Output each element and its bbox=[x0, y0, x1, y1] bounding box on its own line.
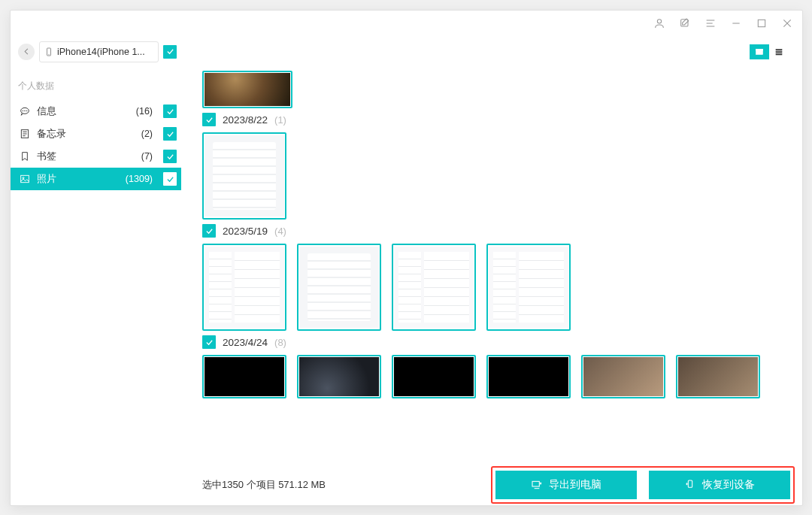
photo-thumb[interactable] bbox=[392, 244, 476, 331]
photo-thumb[interactable] bbox=[297, 355, 381, 398]
svg-point-0 bbox=[657, 20, 661, 23]
cat-count: (7) bbox=[141, 151, 153, 162]
svg-rect-23 bbox=[776, 50, 782, 51]
photo-group bbox=[202, 68, 802, 108]
note-icon bbox=[18, 128, 31, 141]
edit-icon[interactable] bbox=[677, 16, 692, 31]
photo-placeholder bbox=[299, 247, 379, 328]
group-count: (1) bbox=[274, 114, 286, 126]
cat-checkbox[interactable] bbox=[163, 127, 177, 141]
photo-thumb[interactable] bbox=[202, 71, 292, 108]
list-view-button[interactable] bbox=[769, 44, 789, 59]
group-checkbox[interactable] bbox=[202, 335, 216, 349]
cat-checkbox[interactable] bbox=[163, 150, 177, 163]
close-button[interactable] bbox=[780, 16, 795, 31]
group-checkbox[interactable] bbox=[202, 224, 216, 238]
cat-count: (16) bbox=[136, 106, 153, 117]
photo-thumb[interactable] bbox=[202, 244, 286, 331]
photo-group: 2023/4/24 (8) bbox=[202, 335, 802, 398]
photo-thumb[interactable] bbox=[581, 355, 665, 398]
svg-rect-22 bbox=[756, 50, 763, 51]
photo-thumb[interactable] bbox=[486, 355, 571, 398]
minimize-button[interactable] bbox=[729, 16, 744, 31]
photo-thumb[interactable] bbox=[676, 355, 760, 398]
cat-label: 备忘录 bbox=[37, 127, 135, 141]
content: iPhone14(iPhone 1... 个人数据 信息 (16) 备忘录 (2 bbox=[11, 36, 802, 505]
cat-checkbox[interactable] bbox=[163, 105, 177, 118]
cat-count: (2) bbox=[141, 129, 153, 139]
sidebar-item-notes[interactable]: 备忘录 (2) bbox=[11, 123, 181, 145]
photo-placeholder bbox=[205, 357, 284, 396]
menu-icon[interactable] bbox=[703, 16, 718, 31]
group-header[interactable]: 2023/4/24 (8) bbox=[202, 335, 802, 349]
photo-placeholder bbox=[394, 247, 474, 328]
photo-placeholder bbox=[205, 73, 290, 106]
device-row: iPhone14(iPhone 1... bbox=[11, 36, 181, 68]
thumb-row bbox=[202, 241, 802, 331]
titlebar bbox=[11, 11, 802, 36]
photo-scroll-area[interactable]: 2023/8/22 (1) 2023/5/19 (4) bbox=[181, 68, 802, 465]
export-label: 导出到电脑 bbox=[549, 478, 601, 492]
photo-thumb[interactable] bbox=[202, 355, 286, 398]
message-icon bbox=[18, 105, 31, 118]
main-panel: 2023/8/22 (1) 2023/5/19 (4) bbox=[181, 36, 802, 505]
cat-label: 书签 bbox=[37, 150, 135, 163]
sidebar-item-bookmarks[interactable]: 书签 (7) bbox=[11, 145, 181, 168]
category-list: 信息 (16) 备忘录 (2) 书签 (7) bbox=[11, 100, 181, 190]
cat-label: 信息 bbox=[37, 105, 130, 118]
svg-rect-26 bbox=[532, 481, 539, 486]
app-window: iPhone14(iPhone 1... 个人数据 信息 (16) 备忘录 (2 bbox=[10, 10, 803, 506]
group-header[interactable]: 2023/5/19 (4) bbox=[202, 224, 802, 238]
photo-thumb[interactable] bbox=[486, 244, 571, 331]
export-button[interactable]: 导出到电脑 bbox=[495, 471, 637, 499]
cat-checkbox[interactable] bbox=[163, 172, 177, 186]
export-icon bbox=[531, 479, 543, 491]
svg-rect-25 bbox=[776, 54, 782, 56]
photo-placeholder bbox=[205, 247, 284, 328]
svg-point-13 bbox=[24, 111, 25, 111]
group-checkbox[interactable] bbox=[202, 113, 216, 126]
device-chip[interactable]: iPhone14(iPhone 1... bbox=[39, 41, 159, 62]
thumb-row bbox=[202, 129, 802, 220]
group-date: 2023/8/22 bbox=[223, 114, 268, 126]
svg-rect-24 bbox=[776, 52, 782, 53]
group-header[interactable]: 2023/8/22 (1) bbox=[202, 113, 802, 126]
photo-placeholder bbox=[299, 357, 379, 396]
restore-icon bbox=[684, 479, 696, 491]
bookmark-icon bbox=[18, 150, 31, 163]
action-buttons: 导出到电脑 恢复到设备 bbox=[491, 466, 795, 504]
svg-rect-6 bbox=[758, 20, 765, 26]
photo-group: 2023/5/19 (4) bbox=[202, 224, 802, 331]
account-icon[interactable] bbox=[652, 16, 667, 31]
photo-thumb[interactable] bbox=[297, 244, 381, 331]
photo-placeholder bbox=[205, 135, 284, 217]
selection-status: 选中1350 个项目 571.12 MB bbox=[202, 478, 326, 492]
group-count: (4) bbox=[274, 226, 286, 237]
view-toolbar bbox=[181, 36, 802, 68]
photo-thumb[interactable] bbox=[202, 132, 286, 220]
group-count: (8) bbox=[274, 337, 286, 348]
svg-point-14 bbox=[26, 111, 27, 111]
maximize-button[interactable] bbox=[754, 16, 769, 31]
footer: 选中1350 个项目 571.12 MB 导出到电脑 恢复到设备 bbox=[181, 465, 802, 505]
svg-point-12 bbox=[23, 111, 23, 111]
restore-label: 恢复到设备 bbox=[702, 478, 755, 492]
cat-label: 照片 bbox=[37, 172, 120, 186]
photo-placeholder bbox=[394, 357, 474, 396]
group-date: 2023/5/19 bbox=[223, 226, 268, 237]
thumb-row bbox=[202, 68, 802, 108]
thumb-row bbox=[202, 352, 802, 398]
photo-placeholder bbox=[678, 357, 758, 396]
back-button[interactable] bbox=[18, 44, 35, 60]
device-checkbox[interactable] bbox=[163, 45, 177, 59]
svg-rect-19 bbox=[20, 175, 29, 182]
grid-view-button[interactable] bbox=[750, 44, 769, 59]
image-icon bbox=[18, 173, 31, 186]
photo-placeholder bbox=[583, 357, 663, 396]
restore-button[interactable]: 恢复到设备 bbox=[649, 471, 790, 499]
photo-group: 2023/8/22 (1) bbox=[202, 113, 802, 220]
svg-rect-27 bbox=[688, 480, 692, 487]
sidebar-item-messages[interactable]: 信息 (16) bbox=[11, 100, 181, 123]
sidebar-item-photos[interactable]: 照片 (1309) bbox=[11, 168, 181, 190]
photo-thumb[interactable] bbox=[392, 355, 476, 398]
